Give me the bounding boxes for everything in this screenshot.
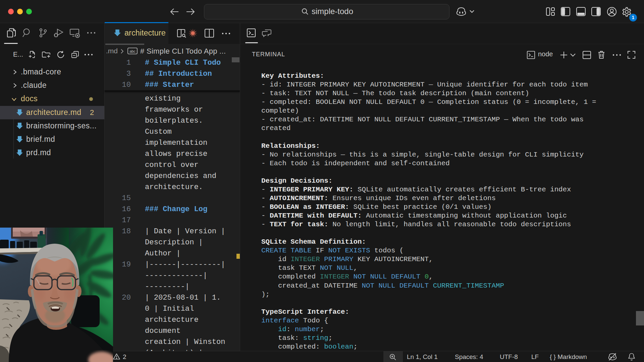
svg-text:abc: abc — [129, 49, 136, 53]
